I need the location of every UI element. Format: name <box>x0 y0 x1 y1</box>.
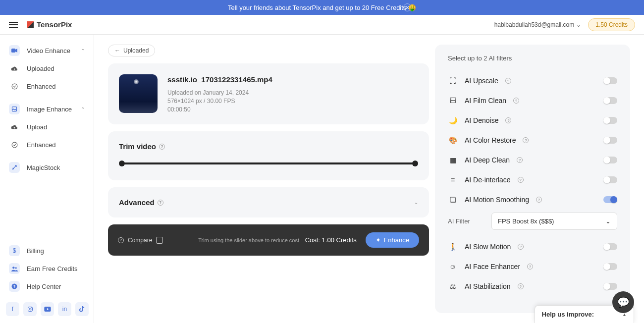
chevron-down-icon: ⌄ <box>605 217 611 225</box>
video-filename: ssstik.io_1703122331465.mp4 <box>167 74 272 85</box>
filter-deinterlace: ≡ AI De-interlace ? <box>448 170 617 190</box>
dollar-icon: $ <box>9 245 20 256</box>
toggle-denoise[interactable] <box>603 117 617 124</box>
sidebar-item-label: Uploaded <box>27 65 54 72</box>
svg-point-3 <box>12 142 17 148</box>
film-icon: 🎞 <box>448 96 458 106</box>
credits-badge[interactable]: 1.50 Credits <box>588 18 635 31</box>
sidebar-item-help[interactable]: ? Help Center <box>5 277 89 295</box>
filter-upscale: ⛶ AI Upscale ? <box>448 71 617 91</box>
trim-slider[interactable] <box>121 162 416 164</box>
toggle-upscale[interactable] <box>603 77 617 84</box>
sidebar-item-label: Billing <box>27 247 44 255</box>
arrow-left-icon: ← <box>114 47 120 54</box>
dropdown-label: AI Filter <box>448 217 473 225</box>
toggle-face-enhancer[interactable] <box>603 263 617 270</box>
sidebar-item-enhanced[interactable]: Enhanced <box>5 77 89 95</box>
enhance-button[interactable]: ✦ Enhance <box>366 232 419 248</box>
dropdown-value: FPS Boost 8x ($$$) <box>498 217 554 225</box>
back-button[interactable]: ← Uploaded <box>108 45 155 56</box>
video-duration: 00:00:50 <box>167 106 272 114</box>
info-icon[interactable]: ? <box>158 200 163 206</box>
info-icon[interactable]: ? <box>527 264 533 269</box>
svg-rect-0 <box>11 49 15 53</box>
cloud-upload-icon <box>9 63 20 74</box>
cloud-upload-icon <box>9 121 20 132</box>
toggle-color-restore[interactable] <box>603 137 617 144</box>
toggle-slow-motion[interactable] <box>603 243 617 250</box>
sidebar-item-earn[interactable]: Earn Free Credits <box>5 260 89 277</box>
check-circle-icon <box>9 81 20 92</box>
youtube-icon[interactable] <box>41 302 54 316</box>
sidebar-item-magicstock[interactable]: MagicStock <box>5 159 89 176</box>
info-icon[interactable]: ? <box>505 117 511 123</box>
sidebar-item-video-enhance[interactable]: Video Enhance ⌃ <box>5 42 89 59</box>
filter-motion-smoothing: ❏ AI Motion Smoothing ? <box>448 190 617 210</box>
svg-text:?: ? <box>13 284 16 289</box>
palette-icon: 🎨 <box>448 135 458 145</box>
trim-handle-start[interactable] <box>119 161 125 166</box>
sidebar: Video Enhance ⌃ Uploaded Enhanced <box>0 35 94 323</box>
filter-slow-motion: 🚶 AI Slow Motion ? <box>448 237 617 257</box>
video-dimensions: 576×1024 px / 30.00 FPS <box>167 97 272 106</box>
info-icon[interactable]: ? <box>523 137 529 143</box>
info-icon[interactable]: ? <box>536 197 542 203</box>
toggle-deep-clean[interactable] <box>603 157 617 163</box>
info-icon[interactable]: ? <box>513 98 519 104</box>
sidebar-item-billing[interactable]: $ Billing <box>5 242 89 260</box>
video-thumbnail <box>119 74 158 113</box>
sidebar-item-label: Upload <box>27 123 47 131</box>
trim-handle-end[interactable] <box>412 161 418 166</box>
info-icon[interactable]: ? <box>159 144 165 150</box>
compare-checkbox[interactable] <box>156 237 163 244</box>
tiktok-icon[interactable] <box>75 302 89 316</box>
sidebar-item-uploaded[interactable]: Uploaded <box>5 59 89 77</box>
filters-panel: Select up to 2 AI filters ⛶ AI Upscale ?… <box>435 45 630 313</box>
fps-dropdown[interactable]: FPS Boost 8x ($$$) ⌄ <box>491 213 617 230</box>
sidebar-item-label: Enhanced <box>27 83 56 90</box>
info-icon[interactable]: ? <box>517 157 523 163</box>
menu-icon[interactable] <box>9 22 18 28</box>
filter-stabilization: ⚖ AI Stabilization ? <box>448 276 617 296</box>
face-icon: ☺ <box>448 262 458 271</box>
user-menu[interactable]: habibabdullah53d@gmail.com ⌄ <box>494 21 582 28</box>
compare-toggle[interactable]: ? Compare <box>118 237 163 244</box>
sidebar-item-label: Enhanced <box>27 141 56 149</box>
chat-bubble-icon[interactable]: 💬 <box>612 291 634 313</box>
info-icon[interactable]: ? <box>518 283 524 289</box>
toggle-stabilization[interactable] <box>603 283 617 290</box>
chevron-up-icon: ⌃ <box>81 48 85 54</box>
video-uploaded-on: Uploaded on January 14, 2024 <box>167 89 272 97</box>
filter-dropdown-row: AI Filter FPS Boost 8x ($$$) ⌄ <box>448 213 617 230</box>
topbar: TensorPix habibabdullah53d@gmail.com ⌄ 1… <box>0 15 644 35</box>
layers-icon: ❏ <box>448 195 458 205</box>
brand-logo[interactable]: TensorPix <box>27 20 72 29</box>
toggle-film-clean[interactable] <box>603 97 617 104</box>
blur-icon: ▦ <box>448 155 458 165</box>
filter-label: AI Deep Clean <box>465 156 510 164</box>
advanced-card[interactable]: Advanced ? ⌄ <box>108 187 429 217</box>
banner-close-icon[interactable]: ✕ <box>403 3 411 11</box>
info-icon[interactable]: ? <box>505 78 511 84</box>
toggle-motion-smoothing[interactable] <box>603 196 617 203</box>
sidebar-item-image-enhance[interactable]: Image Enhance ⌃ <box>5 100 89 118</box>
filter-label: AI De-interlace <box>465 176 511 184</box>
sidebar-item-enhanced2[interactable]: Enhanced <box>5 136 89 154</box>
info-icon: ? <box>118 237 124 243</box>
chevron-up-icon: ⌃ <box>81 107 85 112</box>
instagram-icon[interactable] <box>23 302 37 316</box>
chevron-down-icon: ⌄ <box>414 200 418 205</box>
info-icon[interactable]: ? <box>518 244 524 250</box>
toggle-deinterlace[interactable] <box>603 176 617 183</box>
lines-icon: ≡ <box>448 175 458 185</box>
info-icon[interactable]: ? <box>518 177 524 183</box>
facebook-icon[interactable]: f <box>6 302 19 316</box>
filter-label: AI Color Restore <box>465 136 516 144</box>
linkedin-icon[interactable]: in <box>58 302 71 316</box>
sidebar-item-upload[interactable]: Upload <box>5 118 89 136</box>
video-icon <box>9 45 20 56</box>
chevron-down-icon: ⌄ <box>576 21 581 28</box>
svg-point-1 <box>12 84 17 89</box>
filter-label: AI Upscale <box>465 77 498 85</box>
people-icon <box>9 263 20 274</box>
